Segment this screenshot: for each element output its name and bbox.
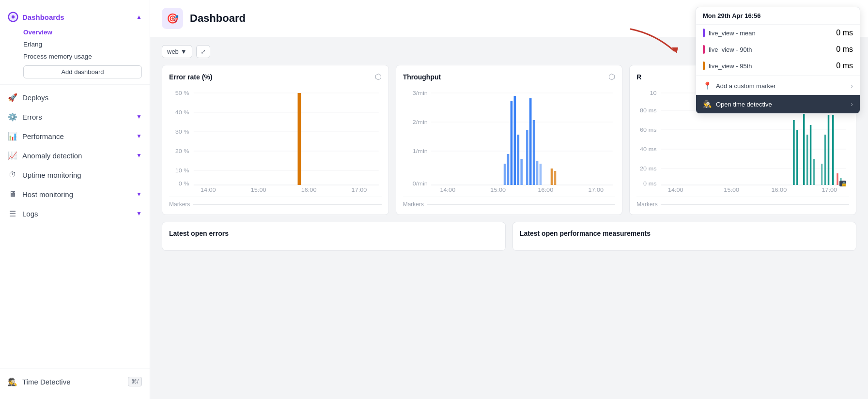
svg-text:20 %: 20 % — [175, 148, 189, 154]
sidebar-item-uptime[interactable]: ⏱ Uptime monitoring — [0, 165, 150, 184]
deploys-label: Deploys — [22, 93, 48, 102]
svg-text:17:00: 17:00 — [822, 187, 837, 193]
add-dashboard-button[interactable]: Add dashboard — [23, 65, 142, 78]
svg-text:14:00: 14:00 — [201, 187, 216, 193]
sidebar-item-deploys[interactable]: 🚀 Deploys — [0, 88, 150, 107]
add-custom-marker-action[interactable]: 📍 Add a custom marker › — [696, 77, 860, 95]
sidebar: Dashboards ▲ Overview Erlang Process mem… — [0, 0, 150, 399]
svg-rect-65 — [832, 115, 834, 185]
open-detective-chevron: › — [851, 100, 853, 108]
deploys-icon: 🚀 — [8, 92, 17, 102]
error-rate-svg: 50 % 40 % 30 % 20 % 10 % 0 % — [169, 86, 382, 193]
svg-rect-37 — [539, 164, 542, 185]
svg-text:16:00: 16:00 — [772, 187, 787, 193]
svg-rect-60 — [810, 125, 811, 185]
host-label: Host monitoring — [22, 190, 73, 199]
tooltip-bar-p90 — [703, 45, 705, 54]
sidebar-item-anomaly[interactable]: 📈 Anomaly detection ▼ — [0, 146, 150, 165]
latest-performance-card: Latest open performance measurements — [512, 222, 856, 251]
sidebar-item-dashboards[interactable]: Dashboards ▲ — [0, 8, 150, 26]
svg-rect-59 — [806, 135, 808, 185]
svg-text:10 %: 10 % — [175, 168, 189, 174]
tooltip-row-mean: live_view - mean 0 ms — [696, 25, 860, 41]
sidebar-item-performance[interactable]: 📊 Performance ▼ — [0, 126, 150, 146]
latest-errors-card: Latest open errors — [162, 222, 506, 251]
sidebar-sub-process-memory[interactable]: Process memory usage — [0, 50, 150, 62]
latest-performance-title: Latest open performance measurements — [520, 230, 651, 237]
sidebar-item-host[interactable]: 🖥 Host monitoring ▼ — [0, 184, 150, 204]
svg-text:40 ms: 40 ms — [640, 146, 657, 153]
svg-rect-32 — [520, 159, 523, 185]
tooltip-label-p95: live_view - 95th — [709, 62, 752, 70]
svg-rect-14 — [298, 93, 301, 185]
error-rate-chart: Error rate (%) ⬡ 50 % 40 % 30 % 20 % 10 … — [162, 65, 389, 215]
throughput-svg: 3/min 2/min 1/min 0/min — [403, 86, 616, 193]
svg-rect-63 — [824, 135, 826, 185]
svg-text:17:00: 17:00 — [588, 187, 604, 193]
svg-text:15:00: 15:00 — [251, 187, 266, 193]
dashboards-icon — [8, 12, 18, 22]
error-rate-export[interactable]: ⬡ — [375, 72, 382, 81]
svg-text:80 ms: 80 ms — [640, 107, 657, 114]
detective-icon: 🕵 — [703, 100, 712, 108]
svg-rect-33 — [526, 130, 528, 185]
dashboards-chevron: ▲ — [136, 14, 142, 20]
uptime-label: Uptime monitoring — [22, 171, 81, 179]
svg-text:14:00: 14:00 — [668, 187, 683, 193]
bottom-grid: Latest open errors Latest open performan… — [162, 222, 856, 251]
add-marker-chevron: › — [851, 82, 853, 90]
svg-rect-38 — [550, 169, 553, 185]
logs-chevron: ▼ — [136, 210, 142, 217]
svg-text:20 ms: 20 ms — [640, 166, 657, 172]
performance-label: Performance — [22, 132, 64, 140]
svg-rect-35 — [532, 120, 535, 185]
response-time-markers: Markers — [636, 197, 849, 208]
svg-text:10: 10 — [650, 90, 657, 96]
marker-icon: 📍 — [703, 81, 712, 90]
tooltip-row-p90: live_view - 90th 0 ms — [696, 41, 860, 58]
throughput-markers: Markers — [403, 197, 616, 208]
svg-text:17:00: 17:00 — [352, 187, 367, 193]
sidebar-item-errors[interactable]: ⚙️ Errors ▼ — [0, 107, 150, 126]
svg-rect-28 — [507, 154, 509, 185]
sidebar-item-time-detective[interactable]: 🕵 Time Detective ⌘/ — [0, 372, 150, 391]
svg-rect-29 — [510, 101, 512, 185]
svg-text:30 %: 30 % — [175, 129, 189, 135]
svg-text:2/min: 2/min — [412, 119, 427, 125]
svg-text:50 %: 50 % — [175, 90, 189, 96]
svg-text:40 %: 40 % — [175, 109, 189, 116]
time-detective-icon: 🕵 — [8, 377, 17, 386]
svg-text:3/min: 3/min — [412, 90, 427, 96]
svg-rect-27 — [503, 164, 506, 185]
performance-chevron: ▼ — [136, 133, 142, 139]
dashboards-label: Dashboards — [22, 13, 64, 21]
svg-text:0 %: 0 % — [179, 181, 189, 187]
tooltip-val-mean: 0 ms — [836, 29, 853, 37]
open-detective-label: Open time detective — [716, 101, 772, 108]
open-time-detective-action[interactable]: 🕵 Open time detective › — [696, 95, 860, 113]
tooltip-val-p90: 0 ms — [836, 45, 853, 54]
tooltip-date: Mon 29th Apr 16:56 — [696, 7, 860, 25]
svg-rect-36 — [536, 161, 538, 185]
svg-point-1 — [12, 15, 15, 18]
expand-button[interactable]: ⤢ — [196, 45, 210, 58]
throughput-export[interactable]: ⬡ — [608, 72, 615, 81]
tooltip-divider — [696, 75, 860, 76]
sidebar-item-logs[interactable]: ☰ Logs ▼ — [0, 204, 150, 223]
dropdown-arrow: ▼ — [181, 48, 187, 55]
web-label: web — [167, 48, 179, 55]
anomaly-icon: 📈 — [8, 151, 17, 160]
time-detective-label: Time Detective — [22, 378, 70, 386]
web-dropdown[interactable]: web ▼ — [162, 45, 192, 58]
tooltip-label-p90: live_view - 90th — [709, 46, 752, 53]
svg-text:0/min: 0/min — [412, 181, 427, 187]
host-icon: 🖥 — [8, 189, 17, 199]
svg-text:1/min: 1/min — [412, 148, 427, 154]
sidebar-sub-overview[interactable]: Overview — [0, 26, 150, 38]
tooltip-row-p95: live_view - 95th 0 ms — [696, 58, 860, 74]
logs-label: Logs — [22, 210, 38, 218]
errors-label: Errors — [22, 113, 42, 121]
error-rate-title: Error rate (%) — [169, 73, 212, 81]
sidebar-sub-erlang[interactable]: Erlang — [0, 38, 150, 50]
svg-rect-61 — [813, 159, 815, 185]
